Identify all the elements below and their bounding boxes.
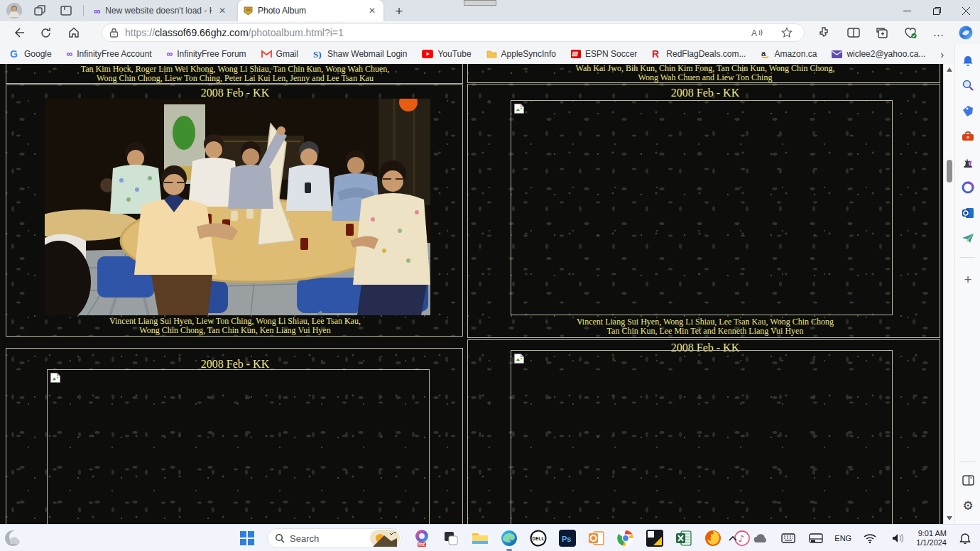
album-heading: 2008 Feb - KK <box>467 87 943 99</box>
copilot-icon: PRE <box>413 529 430 547</box>
edge-sidebar: + ⚙ <box>954 44 980 524</box>
notifications-button[interactable] <box>959 53 976 70</box>
onedrive-button[interactable] <box>751 529 770 547</box>
favorite-espn-soccer[interactable]: ESPN Soccer <box>571 49 637 59</box>
infinity-icon: ∞ <box>94 6 100 16</box>
chrome-icon <box>617 530 634 547</box>
widgets-button[interactable] <box>4 528 24 548</box>
copilot-taskbar-button[interactable]: PRE <box>413 529 431 547</box>
page-scrollbar[interactable] <box>943 64 954 524</box>
sidebar-search-button[interactable] <box>959 77 976 94</box>
favorite-shaw-webmail[interactable]: S) Shaw Webmail Login <box>313 49 408 59</box>
taskbar-search[interactable]: Search <box>267 528 402 548</box>
hidden-icons-button[interactable] <box>724 529 742 547</box>
dell-app-button[interactable]: DELL <box>529 529 548 547</box>
restore-button[interactable] <box>920 0 953 21</box>
sidebar-toggle-button[interactable] <box>959 471 976 489</box>
svg-text:PRE: PRE <box>418 543 425 547</box>
favorite-amazon[interactable]: a Amazon.ca <box>761 49 817 59</box>
touchpad-button[interactable] <box>807 529 825 547</box>
photoshop-icon: Ps <box>559 530 576 547</box>
extensions-button[interactable] <box>814 24 834 41</box>
back-button[interactable] <box>9 24 28 41</box>
redflag-icon: R <box>652 49 662 59</box>
sidebar-settings-button[interactable]: ⚙ <box>959 497 976 514</box>
refresh-button[interactable] <box>36 24 55 41</box>
start-button[interactable] <box>238 529 256 547</box>
scroll-up-button[interactable] <box>944 64 955 75</box>
favorite-gmail[interactable]: Gmail <box>261 49 298 59</box>
broken-image-box[interactable] <box>511 100 893 315</box>
favorite-youtube[interactable]: YouTube <box>422 49 471 59</box>
broken-image-box[interactable] <box>511 350 893 524</box>
favorite-star-button[interactable] <box>777 24 797 41</box>
browser-essentials-button[interactable] <box>900 24 920 41</box>
chrome-app-button[interactable] <box>616 529 635 547</box>
touch-keyboard-icon <box>781 533 795 543</box>
firefox-app-button[interactable] <box>704 529 722 547</box>
favorites-overflow-button[interactable]: › <box>940 48 944 60</box>
photo-album-page: Tan Kim Hock, Roger Lim Wei Khong, Wong … <box>0 64 943 524</box>
tab-1[interactable]: ∞ New website doesn't load - Host ✕ <box>88 0 234 21</box>
sidebar-microsoft365-button[interactable] <box>959 179 976 196</box>
outlook-icon <box>962 207 974 219</box>
read-aloud-button[interactable]: A <box>747 24 767 41</box>
sidebar-outlook-button[interactable] <box>959 204 976 222</box>
file-explorer-button[interactable] <box>471 529 489 547</box>
photo-2008-feb-kk[interactable] <box>45 99 430 315</box>
search-magnifier-icon <box>275 533 285 543</box>
excel-app-button[interactable] <box>675 529 693 547</box>
split-screen-button[interactable] <box>844 24 864 41</box>
task-view-button[interactable] <box>442 529 460 547</box>
file-explorer-icon <box>472 531 489 545</box>
broken-image-box[interactable] <box>47 369 430 524</box>
copilot-button[interactable] <box>956 24 976 41</box>
envelope-icon <box>832 50 842 58</box>
scrollbar-thumb[interactable] <box>947 160 952 182</box>
url-bar[interactable]: https://classof69.66ghz.com/photoalbum.h… <box>102 23 805 42</box>
favorite-infinityfree-account[interactable]: ∞ InfinityFree Account <box>67 49 152 59</box>
favorite-google[interactable]: G Google <box>10 49 52 59</box>
language-indicator[interactable]: ENG <box>834 534 851 542</box>
workspaces-button[interactable] <box>33 2 50 19</box>
clock[interactable]: 9:01 AM 1/1/2024 <box>916 529 947 547</box>
favorite-infinityfree-forum[interactable]: ∞ InfinityFree Forum <box>167 49 246 59</box>
sidebar-drop-button[interactable] <box>959 230 976 247</box>
settings-menu-button[interactable]: … <box>929 24 949 41</box>
minimize-button[interactable] <box>891 0 923 21</box>
collections-button[interactable] <box>872 24 892 41</box>
infinity-icon: ∞ <box>167 49 173 59</box>
tab-2-active[interactable]: Photo Album ✕ <box>238 0 383 21</box>
profile-avatar[interactable] <box>6 2 23 19</box>
wifi-button[interactable] <box>861 529 879 547</box>
shopping-tag-icon <box>962 104 974 117</box>
outlook-classic-app-button[interactable] <box>587 529 606 547</box>
search-icon <box>962 79 974 92</box>
notification-center-button[interactable] <box>956 529 974 547</box>
extensions-puzzle-icon <box>817 26 830 39</box>
favorite-redflagdeals[interactable]: R RedFlagDeals.com... <box>652 49 746 59</box>
favorite-yahoo-mail[interactable]: wiclee2@yahoo.ca... <box>832 49 925 59</box>
touch-keyboard-button[interactable] <box>779 529 797 547</box>
new-tab-button[interactable]: + <box>391 3 408 20</box>
sidebar-tools-button[interactable] <box>959 128 976 145</box>
photoshop-app-button[interactable]: Ps <box>558 529 577 547</box>
edge-taskbar-button[interactable] <box>500 529 518 547</box>
tab-close-button[interactable]: ✕ <box>366 5 378 16</box>
album-heading: 2008 Feb - KK <box>6 87 464 99</box>
sidebar-games-button[interactable] <box>959 153 976 170</box>
read-aloud-icon: A <box>751 28 763 38</box>
plus-icon: + <box>396 4 403 18</box>
sidebar-shopping-button[interactable] <box>959 102 976 119</box>
svg-text:S): S) <box>313 49 322 59</box>
collections-icon <box>876 27 888 39</box>
home-button[interactable] <box>64 24 84 41</box>
photos-app-button[interactable] <box>646 529 664 547</box>
close-window-button[interactable] <box>949 0 980 21</box>
tab-close-button[interactable]: ✕ <box>217 5 228 16</box>
volume-button[interactable] <box>888 529 907 547</box>
scroll-down-button[interactable] <box>944 513 955 524</box>
tab-actions-button[interactable] <box>60 2 77 19</box>
sidebar-add-button[interactable]: + <box>959 271 976 288</box>
favorite-applesyncinfo[interactable]: AppleSyncInfo <box>486 49 556 59</box>
